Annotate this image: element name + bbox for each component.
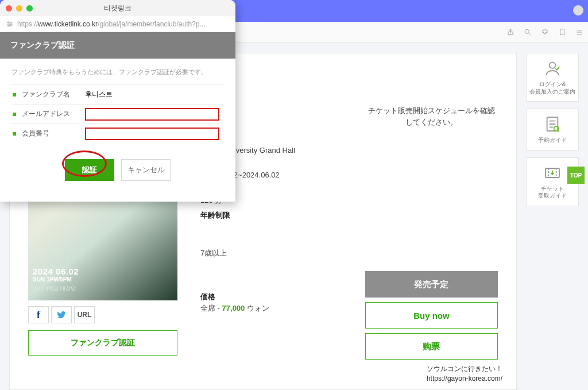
menu-icon[interactable] (575, 28, 583, 36)
share-facebook-button[interactable]: f (28, 306, 49, 323)
buy-cn-button[interactable]: 购票 (365, 333, 498, 360)
side-login-label: ログイン& 会員加入のご案内 (529, 81, 575, 95)
member-number-field[interactable] (85, 128, 219, 140)
side-receive-label: チケット 受取ガイド (538, 186, 567, 200)
bullet-icon (13, 93, 16, 96)
price-label: 価格 (200, 292, 348, 302)
age-label: 年齢制限 (200, 210, 348, 221)
buy-now-button[interactable]: Buy now (365, 302, 498, 329)
svg-point-2 (550, 62, 556, 68)
bullet-icon (13, 113, 16, 116)
age-value: 7歳以上 (200, 248, 348, 258)
popup-url-bar[interactable]: https://www.ticketlink.co.kr/global/ja/m… (0, 16, 235, 32)
cancel-button[interactable]: キャンセル (121, 159, 171, 181)
scroll-top-button[interactable]: TOP (567, 167, 585, 184)
popup-header: ファンクラブ認証 (0, 32, 235, 59)
document-icon (543, 115, 562, 133)
window-controls-icon[interactable] (573, 5, 583, 16)
email-field[interactable] (85, 108, 219, 121)
fanclub-name-value: 후니스트 (85, 90, 113, 99)
extensions-icon[interactable] (541, 28, 549, 36)
svg-point-6 (8, 21, 9, 22)
share-twitter-button[interactable] (51, 306, 72, 323)
footer-note: ソウルコンに行きたい！ https://gayon-korea.com/ (427, 364, 502, 384)
fanclub-auth-button[interactable]: ファンクラブ認証 (28, 330, 177, 356)
share-url-button[interactable]: URL (74, 306, 95, 323)
side-login-tile[interactable]: ログイン& 会員加入のご案内 (526, 53, 579, 102)
svg-point-1 (525, 29, 529, 33)
share-icon[interactable] (506, 28, 514, 36)
search-bg-icon[interactable] (524, 28, 532, 36)
side-guide-label: 予約ガイド (538, 137, 567, 144)
ticket-icon (543, 164, 562, 182)
ticket-schedule-msg: チケット販売開始スケジュールを確認してください。 (365, 105, 498, 128)
poster-time: SUN 1PM/5PM (33, 276, 173, 283)
bullet-icon (13, 132, 16, 136)
side-rail: ログイン& 会員加入のご案内 予約ガイド チケット 受取ガイド (526, 53, 579, 390)
bookmark-icon[interactable] (558, 28, 566, 36)
poster-date: 2024 06.02 (33, 267, 173, 276)
email-label: メールアドレス (22, 109, 85, 119)
member-label: 会員番号 (22, 129, 85, 138)
member-row: 会員番号 (11, 123, 224, 143)
side-guide-tile[interactable]: 予約ガイド (526, 109, 579, 150)
fanclub-name-label: ファンクラブ名 (22, 90, 85, 99)
fanclub-name-row: ファンクラブ名 후니스트 (11, 84, 224, 104)
popup-hint: ファンクラブ特典をもらうためには、ファンクラブ認証が必要です。 (11, 68, 224, 76)
confirm-button[interactable]: 認証 (65, 159, 114, 181)
price-value: 全席 - 77,000 ウォン (200, 303, 348, 314)
svg-point-8 (9, 25, 10, 26)
site-settings-icon[interactable] (6, 20, 14, 28)
ticket-column: チケット販売開始スケジュールを確認してください。 発売予定 Buy now 购票 (365, 105, 498, 364)
poster-venue: 연세대학교 대강당 (33, 285, 173, 292)
popup-window-title: 티켓링크 (0, 3, 235, 13)
fanclub-auth-popup: 티켓링크 https://www.ticketlink.co.kr/global… (0, 0, 235, 202)
presale-button[interactable]: 発売予定 (365, 271, 498, 298)
svg-point-7 (10, 23, 11, 24)
user-icon (543, 59, 562, 78)
email-row: メールアドレス (11, 104, 224, 123)
popup-titlebar: 티켓링크 (0, 0, 235, 16)
popup-url-text: https://www.ticketlink.co.kr/global/ja/m… (17, 20, 206, 28)
